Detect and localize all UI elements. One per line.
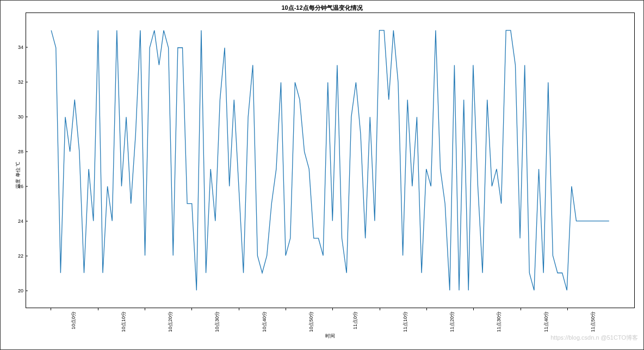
chart-container: 10点-12点每分钟气温变化情况 温度 单位 ℃ 202224262830323…: [0, 0, 644, 350]
y-tick-label: 20: [18, 288, 23, 293]
x-tick-label: 11点10分: [402, 311, 409, 332]
x-tick-label: 11点20分: [449, 311, 456, 332]
x-tick-label: 10点10分: [120, 311, 127, 332]
x-tick-label: 10点20分: [167, 311, 174, 332]
x-tick-mark: [380, 308, 380, 310]
x-tick-label: 10点40分: [261, 311, 268, 332]
y-axis: 2022242628303234: [14, 12, 26, 308]
x-tick-label: 11点0分: [352, 311, 359, 329]
y-tick-label: 24: [18, 218, 23, 224]
x-tick-mark: [286, 308, 286, 310]
x-tick-mark: [51, 308, 51, 310]
chart-title: 10点-12点每分钟气温变化情况: [1, 4, 643, 12]
x-tick-label: 11点40分: [543, 311, 550, 332]
x-tick-mark: [98, 308, 98, 310]
x-tick-mark: [191, 308, 192, 310]
y-tick-label: 34: [18, 45, 23, 50]
data-line: [51, 30, 609, 290]
y-tick-label: 32: [18, 79, 23, 85]
plot-area: [26, 12, 635, 308]
x-tick-mark: [332, 308, 333, 310]
x-tick-label: 10点0分: [70, 311, 77, 329]
x-tick-mark: [145, 308, 145, 310]
line-chart-svg: [26, 13, 634, 308]
x-tick-mark: [567, 308, 568, 310]
y-tick-label: 22: [18, 253, 23, 259]
y-tick-label: 26: [18, 184, 23, 189]
x-tick-mark: [521, 308, 521, 310]
x-tick-label: 11点50分: [590, 311, 597, 332]
y-tick-label: 30: [18, 114, 23, 120]
watermark: https://blog.csdn.n @51CTO博客: [550, 334, 638, 342]
x-tick-mark: [426, 308, 427, 310]
x-tick-mark: [239, 308, 239, 310]
x-tick-mark: [473, 308, 474, 310]
x-tick-label: 11点30分: [496, 311, 503, 332]
x-axis: 时间 10点0分10点10分10点20分10点30分10点40分10点50分11…: [26, 308, 635, 341]
y-tick-label: 28: [18, 149, 23, 154]
x-axis-label: 时间: [325, 333, 335, 340]
x-tick-label: 10点50分: [308, 311, 315, 332]
x-tick-label: 10点30分: [214, 311, 221, 332]
